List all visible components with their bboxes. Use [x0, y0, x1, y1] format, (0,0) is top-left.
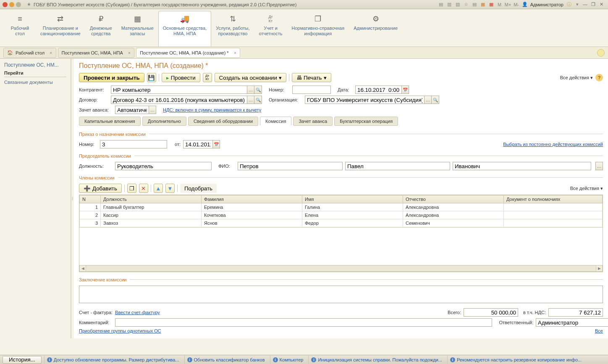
all-actions-menu[interactable]: Все действия ▾	[560, 75, 593, 81]
ellipsis-button[interactable]: …	[149, 106, 156, 114]
tab-close-icon[interactable]: ×	[234, 50, 236, 55]
order-num-input[interactable]	[100, 140, 167, 148]
members-all-actions[interactable]: Все действия ▾	[570, 186, 603, 191]
order-from-input[interactable]	[183, 140, 212, 148]
sf-link[interactable]: Ввести счет-фактуру	[115, 310, 160, 315]
tool-icon-5[interactable]: ▤	[472, 2, 477, 8]
mplus-button[interactable]: M+	[505, 2, 511, 8]
scroll-right-button[interactable]: ▶	[596, 265, 603, 272]
info-icon[interactable]: ⓘ	[566, 2, 572, 8]
move-up-button[interactable]: ▲	[154, 184, 163, 193]
kontragent-input[interactable]	[111, 86, 247, 94]
resp-input[interactable]	[536, 318, 608, 327]
comment-input[interactable]	[115, 318, 492, 327]
mminus-button[interactable]: M-	[514, 2, 519, 8]
favorite-icon[interactable]: ★	[26, 2, 32, 8]
pick-button[interactable]: Подобрать	[180, 184, 217, 193]
table-row[interactable]: 3ЗавхозЯсновФедорСеменович	[80, 219, 603, 227]
choose-commission-link[interactable]: Выбрать из постоянно действующих комисси…	[503, 142, 603, 147]
create-based-button[interactable]: Создать на основании ▾	[215, 73, 286, 82]
dogovor-input[interactable]	[111, 96, 247, 104]
col-post[interactable]: Должность	[101, 195, 202, 203]
dropdown-icon[interactable]: ▾	[574, 2, 580, 8]
lookup-button[interactable]: 🔍	[432, 96, 439, 104]
table-row[interactable]: 1Главный бухгалтерЕреминаГалинаАлександр…	[80, 203, 603, 211]
fio-mid-input[interactable]	[453, 162, 591, 170]
col-mid[interactable]: Отчество	[403, 195, 504, 203]
nav-materials[interactable]: ▦Материальные запасы	[117, 11, 158, 47]
nav-reference[interactable]: ❐Нормативно-справочная информация	[287, 11, 349, 47]
calendar-button[interactable]: 📅	[401, 86, 409, 94]
group-assets-link[interactable]: Приобретение группы однотипных ОС	[79, 328, 161, 333]
fio-first-input[interactable]	[345, 162, 450, 170]
add-row-button[interactable]: ➕Добавить	[79, 184, 122, 193]
scroll-track[interactable]	[86, 265, 596, 272]
tab-desktop[interactable]: 🏠Рабочий стол×	[3, 48, 56, 58]
ellipsis-button[interactable]: …	[424, 96, 432, 104]
close-button[interactable]: ✕	[600, 2, 605, 8]
nav-admin[interactable]: ⚙Администрирование	[349, 11, 402, 47]
nds-link[interactable]: НДС: включен в сумму, принимается к выче…	[163, 107, 261, 112]
col-first[interactable]: Имя	[302, 195, 403, 203]
maximize-button[interactable]: ❐	[591, 2, 597, 8]
tab-current[interactable]: Поступление ОС, НМА, НПА (создание) *×	[136, 48, 240, 58]
dtkt-button[interactable]: ДтКт	[203, 73, 212, 82]
itab-accounting-op[interactable]: Бухгалтерская операция	[334, 117, 398, 126]
tool-icon-1[interactable]: ▤	[438, 2, 444, 8]
tabrow-menu-button[interactable]	[597, 49, 605, 57]
minimize-button[interactable]: —	[583, 2, 589, 8]
close-light[interactable]	[3, 2, 8, 7]
calendar-icon[interactable]: ▦	[488, 2, 494, 8]
star-icon[interactable]: ☆	[463, 2, 469, 8]
save-button[interactable]: 💾	[147, 73, 156, 82]
tool-icon-2[interactable]: ▥	[446, 2, 452, 8]
table-empty-area[interactable]	[79, 227, 603, 265]
itab-commission[interactable]: Комиссия	[260, 117, 291, 126]
post-and-close-button[interactable]: Провести и закрыть	[79, 73, 144, 82]
itab-capital[interactable]: Капитальные вложения	[79, 117, 141, 126]
sidebar-link-related-docs[interactable]: Связанные документы	[4, 79, 66, 86]
date-input[interactable]	[355, 86, 401, 94]
col-last[interactable]: Фамилия	[202, 195, 302, 203]
lookup-button[interactable]: 🔍	[254, 86, 262, 94]
lookup-button[interactable]: 🔍	[254, 96, 262, 104]
chairman-post-input[interactable]	[115, 162, 212, 170]
ellipsis-button[interactable]: …	[247, 86, 254, 94]
itab-additional[interactable]: Дополнительно	[142, 117, 186, 126]
conclusion-textarea[interactable]	[79, 286, 603, 303]
nav-accounting[interactable]: Дт КтУчет и отчетность	[254, 11, 287, 47]
nav-assets[interactable]: 🚚Основные средства, НМА, НПА	[158, 11, 212, 47]
scroll-left-button[interactable]: ◀	[79, 265, 86, 272]
print-button[interactable]: 🖶Печать ▾	[292, 73, 331, 82]
copy-row-button[interactable]: ❐	[127, 184, 136, 193]
org-input[interactable]	[305, 96, 424, 104]
calc-icon[interactable]: ▦	[480, 2, 486, 8]
tab-close-icon[interactable]: ×	[128, 50, 131, 55]
nav-services[interactable]: ⇅Услуги, работы, производство	[211, 11, 254, 47]
minimize-light[interactable]	[9, 2, 14, 7]
zoom-light[interactable]	[16, 2, 21, 7]
calendar-button[interactable]: 📅	[212, 140, 220, 148]
nav-planning[interactable]: ⇄Планирование и санкционирование	[36, 11, 85, 47]
itab-avans[interactable]: Зачет аванса	[293, 117, 333, 126]
table-row[interactable]: 2КассирКочетковаЕленаАлександровна	[80, 211, 603, 219]
table-hscroll[interactable]: ◀ ▶	[79, 265, 603, 272]
ellipsis-button[interactable]: …	[247, 96, 254, 104]
help-button[interactable]: ?	[595, 74, 603, 81]
avans-input[interactable]	[115, 106, 149, 114]
tool-icon-3[interactable]: ▧	[455, 2, 461, 8]
itab-equipment[interactable]: Сведения об оборудовании	[188, 117, 258, 126]
fio-ellipsis-button[interactable]: …	[595, 162, 603, 170]
col-n[interactable]: N	[80, 195, 101, 203]
nav-desktop[interactable]: ≡Рабочий стол	[4, 11, 36, 47]
nav-money[interactable]: ₽Денежные средства	[85, 11, 117, 47]
m-button[interactable]: M	[497, 2, 503, 8]
delete-row-button[interactable]: ✕	[139, 184, 148, 193]
move-down-button[interactable]: ▼	[165, 184, 175, 193]
fio-last-input[interactable]	[238, 162, 343, 170]
number-input[interactable]	[292, 86, 331, 94]
all-link[interactable]: Все	[595, 328, 603, 333]
col-doc[interactable]: Документ о полномочиях	[504, 195, 603, 203]
post-button[interactable]: ▸Провести	[162, 73, 200, 82]
tab-close-icon[interactable]: ×	[50, 50, 52, 55]
